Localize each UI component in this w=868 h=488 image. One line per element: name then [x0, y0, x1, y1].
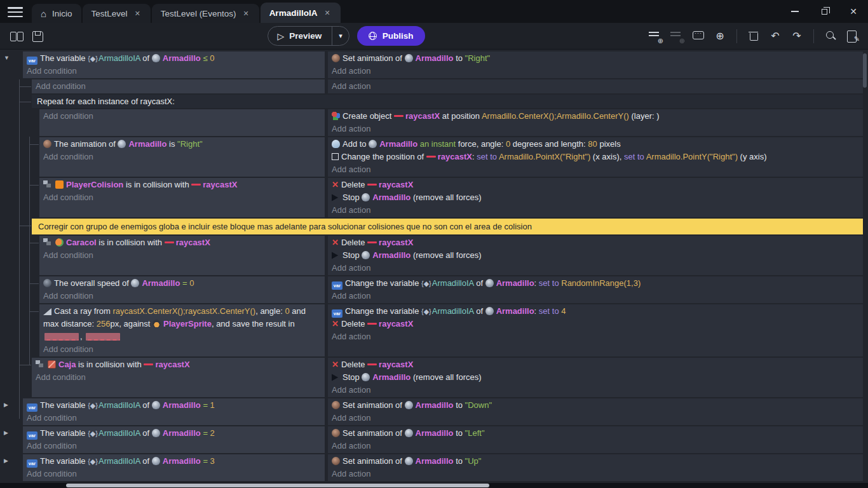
- add-subevent-icon[interactable]: [667, 27, 686, 46]
- publish-button[interactable]: Publish: [357, 26, 425, 46]
- condition-line[interactable]: The overall speed of Armadillo = 0: [39, 277, 325, 290]
- add-circle-icon[interactable]: ⊕: [710, 27, 729, 46]
- redo-icon[interactable]: ↷: [787, 27, 806, 46]
- condition-line[interactable]: PlayerColision is in collision with rayc…: [39, 179, 325, 191]
- tab-close-icon[interactable]: ✕: [241, 8, 250, 19]
- edit-icon[interactable]: [843, 27, 862, 46]
- fold-right-icon[interactable]: ▶: [4, 430, 8, 436]
- fold-down-icon[interactable]: ▼: [4, 55, 10, 61]
- add-condition-button[interactable]: Add condition: [39, 343, 325, 356]
- search-icon[interactable]: [821, 27, 840, 46]
- tab-testlevel[interactable]: TestLevel✕: [83, 4, 151, 23]
- horizontal-scrollbar-thumb[interactable]: [66, 484, 489, 487]
- tabs-container: ⌂InicioTestLevel✕TestLevel (Eventos)✕Arm…: [32, 3, 341, 23]
- action-line[interactable]: Stop Armadillo (remove all forces): [328, 371, 863, 384]
- tab-inicio[interactable]: ⌂Inicio: [32, 4, 81, 23]
- action-line[interactable]: Delete raycastX: [328, 358, 863, 371]
- add-action-button[interactable]: Add action: [328, 412, 863, 424]
- add-condition-button[interactable]: Add condition: [39, 249, 325, 262]
- tab-close-icon[interactable]: ✕: [323, 8, 331, 18]
- comment-icon[interactable]: [689, 27, 708, 46]
- vertical-scrollbar-thumb[interactable]: [863, 53, 867, 88]
- condition-line[interactable]: Caja is in collision with raycastX: [32, 358, 325, 371]
- add-condition-button[interactable]: Add condition: [23, 412, 325, 424]
- action-line[interactable]: Create object raycastX at position Armad…: [328, 110, 863, 123]
- action-line[interactable]: Stop Armadillo (remove all forces): [328, 249, 863, 262]
- condition-line[interactable]: Cast a ray from raycastX.CenterX();rayca…: [39, 305, 325, 343]
- add-action-button[interactable]: Add action: [328, 440, 863, 452]
- add-condition-button[interactable]: Add condition: [23, 468, 325, 480]
- add-condition-button[interactable]: Add condition: [23, 440, 325, 452]
- maximize-icon[interactable]: [810, 2, 839, 21]
- add-action-button[interactable]: Add action: [328, 65, 863, 78]
- event-body: Add conditionAdd action: [32, 79, 868, 93]
- add-condition-button[interactable]: Add condition: [32, 80, 325, 93]
- add-event-icon[interactable]: [646, 27, 665, 46]
- add-action-button[interactable]: Add action: [328, 123, 863, 135]
- condition-line[interactable]: The variable ArmadilloIA of Armadillo ≤ …: [23, 52, 325, 65]
- condition-line[interactable]: The variable ArmadilloIA of Armadillo = …: [23, 427, 325, 440]
- condition-line[interactable]: The variable ArmadilloIA of Armadillo = …: [23, 399, 325, 412]
- save-icon[interactable]: [28, 27, 47, 46]
- add-action-button[interactable]: Add action: [328, 330, 863, 343]
- undo-icon[interactable]: ↶: [766, 27, 785, 46]
- condition-line[interactable]: Caracol is in collision with raycastX: [39, 236, 325, 249]
- add-action-button[interactable]: Add action: [328, 262, 863, 274]
- fold-right-icon[interactable]: ▶: [4, 402, 8, 408]
- action-line[interactable]: Set animation of Armadillo to "Up": [328, 455, 863, 468]
- action-line[interactable]: Delete raycastX: [328, 318, 863, 330]
- action-line[interactable]: Add to Armadillo an instant force, angle…: [328, 138, 863, 151]
- armadillo-icon: [362, 373, 370, 381]
- add-condition-button[interactable]: Add condition: [39, 191, 325, 204]
- text-segment: ArmadilloIA: [432, 306, 474, 316]
- action-line[interactable]: Stop Armadillo (remove all forces): [328, 191, 863, 204]
- text-segment: (remove all forces): [410, 193, 481, 202]
- text-segment: :: [534, 306, 539, 316]
- action-line[interactable]: Delete raycastX: [328, 179, 863, 191]
- text-segment: ArmadilloIA: [432, 278, 474, 288]
- action-line[interactable]: Change the variable ArmadilloIA of Armad…: [328, 277, 863, 290]
- add-action-button[interactable]: Add action: [328, 384, 863, 396]
- text-segment: (x axis),: [590, 152, 624, 161]
- comment-block[interactable]: Corregir con grupo de enemigos globa e i…: [32, 219, 863, 234]
- animation-disc-icon: [332, 429, 340, 437]
- tab-testlevel-eventos-[interactable]: TestLevel (Eventos)✕: [152, 4, 259, 23]
- text-segment: Set animation of: [342, 53, 405, 63]
- add-action-button[interactable]: Add action: [328, 80, 863, 93]
- event-block: ▶The variable ArmadilloIA of Armadillo =…: [23, 398, 868, 425]
- missing-parameter[interactable]: [86, 333, 120, 341]
- action-line[interactable]: Set animation of Armadillo to "Left": [328, 427, 863, 440]
- trash-icon[interactable]: [744, 27, 763, 46]
- action-line[interactable]: Change the position of raycastX: set to …: [328, 151, 863, 163]
- fold-right-icon[interactable]: ▶: [4, 458, 8, 464]
- panels-icon[interactable]: [6, 27, 25, 46]
- missing-parameter[interactable]: [44, 333, 79, 341]
- add-condition-button[interactable]: Add condition: [23, 65, 325, 78]
- action-line[interactable]: Set animation of Armadillo to "Right": [328, 52, 863, 65]
- action-line[interactable]: Change the variable ArmadilloIA of Armad…: [328, 305, 863, 318]
- preview-dropdown-button[interactable]: ▾: [332, 27, 349, 45]
- text-segment: of: [140, 53, 152, 63]
- add-condition-button[interactable]: Add condition: [39, 151, 325, 163]
- action-line[interactable]: Delete raycastX: [328, 236, 863, 249]
- condition-line[interactable]: The variable ArmadilloIA of Armadillo = …: [23, 455, 325, 468]
- text-segment: Armadillo: [163, 400, 201, 410]
- condition-line[interactable]: The animation of Armadillo is "Right": [39, 138, 325, 151]
- minimize-icon[interactable]: [780, 2, 810, 21]
- tab-close-icon[interactable]: ✕: [133, 8, 142, 19]
- text-segment: =: [180, 278, 189, 288]
- add-condition-button[interactable]: Add condition: [39, 290, 325, 302]
- add-action-button[interactable]: Add action: [328, 290, 863, 302]
- repeat-header[interactable]: Repeat for each instance of raycastX:: [32, 95, 863, 108]
- add-action-button[interactable]: Add action: [328, 468, 863, 480]
- add-condition-button[interactable]: Add condition: [39, 110, 325, 123]
- tab-label: TestLevel (Eventos): [161, 9, 236, 18]
- menu-icon[interactable]: [8, 7, 23, 17]
- preview-button[interactable]: ▷ Preview: [268, 27, 332, 45]
- close-icon[interactable]: ✕: [839, 2, 868, 21]
- add-action-button[interactable]: Add action: [328, 204, 863, 217]
- tab-armadilloia[interactable]: ArmadilloIA✕: [261, 3, 341, 23]
- action-line[interactable]: Set animation of Armadillo to "Down": [328, 399, 863, 412]
- add-action-button[interactable]: Add action: [328, 163, 863, 176]
- add-condition-button[interactable]: Add condition: [32, 371, 325, 384]
